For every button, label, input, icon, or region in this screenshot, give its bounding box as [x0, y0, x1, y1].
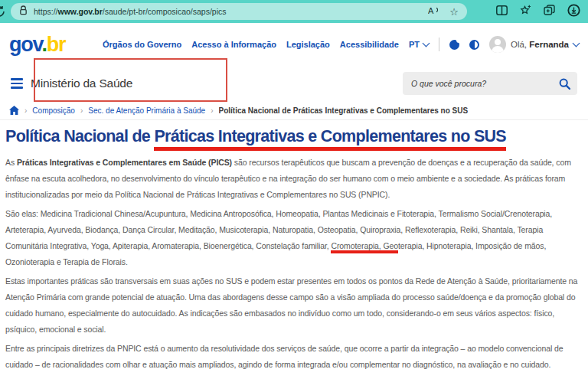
- address-bar[interactable]: https://www.gov.br/saude/pt-br/composica…: [11, 3, 467, 20]
- lock-icon[interactable]: [19, 5, 28, 18]
- nav-link-acessibilidade[interactable]: Acessibilidade: [340, 40, 399, 49]
- govbr-header: gov.br Órgãos do Governo Acesso à Inform…: [0, 23, 588, 66]
- collections-icon[interactable]: [544, 5, 555, 18]
- search-input[interactable]: [410, 78, 559, 89]
- favorite-star-icon[interactable]: ☆: [449, 7, 459, 17]
- annotation-underline-title: Práticas Integrativas e Complementares n…: [154, 127, 506, 151]
- nav-link-orgaos[interactable]: Órgãos do Governo: [103, 40, 181, 49]
- menu-button[interactable]: [11, 78, 23, 88]
- main-content: Política Nacional de Práticas Integrativ…: [0, 127, 588, 373]
- breadcrumb-separator: ›: [211, 106, 213, 115]
- chevron-down-icon: [422, 39, 430, 47]
- contrast-icon[interactable]: [469, 40, 479, 50]
- browser-toolbar: https://www.gov.br/saude/pt-br/composica…: [0, 0, 588, 23]
- breadcrumb-separator: ›: [80, 106, 83, 115]
- breadcrumb-composicao[interactable]: Composição: [32, 106, 75, 115]
- body-paragraph-1: As Práticas Integrativas e Complementare…: [5, 155, 583, 203]
- favorites-hub-icon[interactable]: [520, 5, 531, 18]
- chevron-down-icon: [573, 39, 580, 47]
- govbr-logo[interactable]: gov.br: [9, 34, 65, 55]
- nav-link-acesso[interactable]: Acesso à Informação: [191, 40, 276, 49]
- page-title: Política Nacional de Práticas Integrativ…: [5, 127, 583, 146]
- breadcrumb-separator: ›: [24, 106, 27, 115]
- cookie-icon[interactable]: [449, 40, 459, 50]
- search-box[interactable]: [403, 72, 577, 95]
- user-greeting: Olá, Fernanda: [511, 40, 569, 49]
- nav-link-legislacao[interactable]: Legislação: [286, 40, 330, 49]
- search-icon: [559, 78, 570, 90]
- svg-text:A: A: [428, 6, 434, 15]
- read-aloud-icon[interactable]: A: [428, 5, 439, 18]
- user-menu[interactable]: Olá, Fernanda: [489, 36, 579, 53]
- body-paragraph-2: São elas: Medicina Tradicional Chinesa/A…: [5, 206, 583, 270]
- breadcrumb: › Composição › Sec. de Atenção Primária …: [0, 101, 588, 120]
- downloads-icon[interactable]: [567, 4, 580, 20]
- breadcrumb-current: Política Nacional de Práticas Integrativ…: [219, 106, 469, 115]
- ministry-title[interactable]: Ministério da Saúde: [31, 77, 132, 90]
- home-icon[interactable]: [9, 106, 19, 115]
- ministry-bar: Ministério da Saúde: [0, 66, 588, 101]
- refresh-icon[interactable]: [0, 5, 6, 21]
- search-button[interactable]: [559, 78, 570, 90]
- breadcrumb-secretaria[interactable]: Sec. de Atenção Primária à Saúde: [88, 106, 205, 115]
- divider: [439, 38, 439, 51]
- language-selector[interactable]: PT: [409, 40, 429, 49]
- header-nav: Órgãos do Governo Acesso à Informação Le…: [103, 36, 579, 53]
- annotation-underline-terms: Cromoterapia, Geo: [331, 241, 398, 253]
- url-text: https://www.gov.br/saude/pt-br/composica…: [34, 7, 422, 16]
- body-paragraph-3: Estas importantes práticas são transvers…: [5, 273, 583, 338]
- body-paragraph-4: Entre as principais diretrizes da PNPIC …: [5, 341, 583, 373]
- split-screen-icon[interactable]: [496, 5, 508, 18]
- user-avatar: [489, 36, 506, 53]
